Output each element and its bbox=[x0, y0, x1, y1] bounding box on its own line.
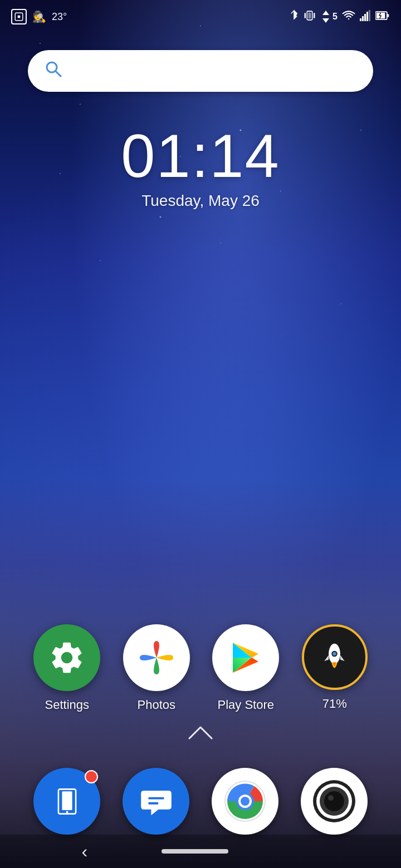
search-bar[interactable] bbox=[28, 50, 373, 92]
dock-messages[interactable] bbox=[123, 768, 189, 835]
rocket-app-icon[interactable] bbox=[302, 624, 368, 690]
svg-rect-7 bbox=[360, 18, 361, 21]
app-settings[interactable]: Settings bbox=[33, 624, 100, 712]
dock bbox=[0, 768, 401, 835]
svg-point-22 bbox=[333, 652, 337, 655]
status-left: 🕵️ 23° bbox=[11, 9, 67, 24]
svg-rect-2 bbox=[309, 13, 311, 19]
playstore-icon[interactable] bbox=[212, 624, 279, 691]
search-icon bbox=[45, 60, 62, 82]
data-icon: 5 bbox=[320, 11, 338, 23]
nav-bar: ‹ bbox=[0, 835, 401, 868]
svg-rect-3 bbox=[305, 13, 306, 18]
playstore-label: Play Store bbox=[218, 698, 275, 712]
phone-notification-badge bbox=[85, 770, 98, 783]
app-rocket[interactable]: 71% bbox=[302, 624, 368, 711]
status-right: 5 bbox=[289, 9, 390, 24]
svg-rect-11 bbox=[369, 10, 370, 21]
svg-point-29 bbox=[241, 797, 250, 806]
svg-point-23 bbox=[66, 811, 68, 813]
app-drawer-indicator[interactable] bbox=[0, 724, 401, 746]
svg-line-19 bbox=[56, 71, 61, 76]
svg-rect-4 bbox=[314, 13, 315, 18]
status-bar: 🕵️ 23° 5 bbox=[0, 0, 401, 33]
settings-label: Settings bbox=[45, 698, 90, 712]
svg-rect-10 bbox=[366, 12, 368, 21]
wifi-icon bbox=[342, 10, 355, 23]
chevron-up-icon[interactable] bbox=[187, 724, 214, 746]
temperature-text: 23° bbox=[52, 11, 67, 23]
photos-label: Photos bbox=[138, 698, 176, 712]
clock-date: Tuesday, May 26 bbox=[0, 192, 401, 210]
svg-marker-5 bbox=[322, 11, 329, 15]
app-playstore[interactable]: Play Store bbox=[212, 624, 279, 712]
svg-rect-8 bbox=[362, 16, 364, 21]
hat-glasses-icon: 🕵️ bbox=[32, 10, 46, 23]
bluetooth-icon bbox=[289, 9, 299, 24]
home-pill[interactable] bbox=[162, 849, 228, 854]
search-bar-container[interactable] bbox=[0, 39, 401, 103]
svg-rect-25 bbox=[148, 802, 158, 804]
dock-phone[interactable] bbox=[33, 768, 100, 835]
dock-chrome[interactable] bbox=[212, 768, 278, 835]
svg-point-34 bbox=[328, 795, 334, 801]
svg-rect-13 bbox=[387, 14, 389, 17]
battery-icon bbox=[375, 11, 390, 23]
back-button[interactable]: ‹ bbox=[82, 841, 88, 862]
rocket-label: 71% bbox=[322, 697, 347, 711]
svg-point-33 bbox=[324, 791, 344, 811]
clock-area: 01:14 Tuesday, May 26 bbox=[0, 125, 401, 210]
signal-icon bbox=[360, 10, 371, 23]
settings-icon[interactable] bbox=[33, 624, 100, 691]
svg-rect-24 bbox=[148, 797, 164, 799]
svg-rect-9 bbox=[364, 14, 366, 21]
svg-marker-6 bbox=[322, 18, 329, 23]
screenshot-icon bbox=[11, 9, 27, 24]
app-grid: Settings Photos bbox=[0, 624, 401, 712]
app-photos[interactable]: Photos bbox=[123, 624, 190, 712]
clock-time: 01:14 bbox=[0, 125, 401, 186]
photos-icon[interactable] bbox=[123, 624, 190, 691]
dock-camera[interactable] bbox=[301, 768, 368, 835]
vibrate-icon bbox=[304, 9, 316, 24]
